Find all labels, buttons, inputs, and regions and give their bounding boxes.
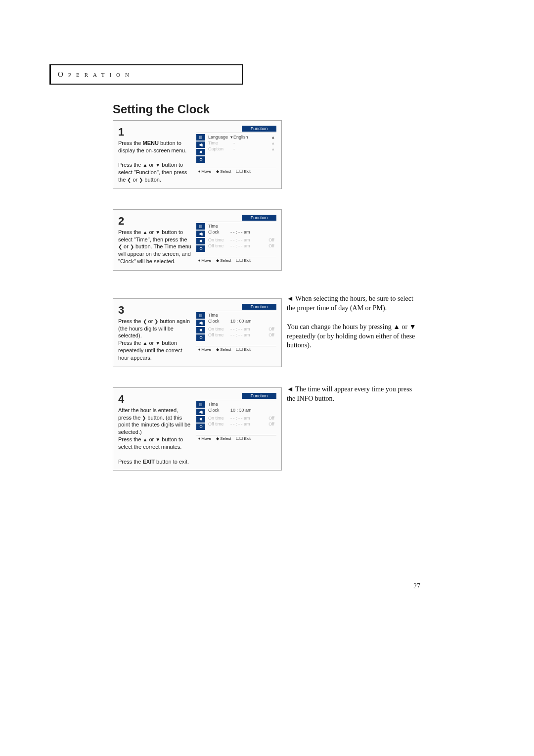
page: Operation Setting the Clock 1 Press the … xyxy=(0,0,534,756)
leftright-icon: ◆ xyxy=(216,169,219,174)
step-1: 1 Press the MENU button to display the o… xyxy=(113,120,282,189)
down-arrow-icon: ▼ xyxy=(155,340,160,346)
function-icon: ⚙ xyxy=(196,245,205,252)
osd-icon-column: ▤ ◀) ✖ ⚙ xyxy=(196,133,205,168)
channel-icon: ✖ xyxy=(196,327,205,333)
osd-screenshot-4: Function ▤ ◀) ✖ ⚙ Time Clock10 : 30 am O… xyxy=(196,393,276,442)
step-3: 3 Press the ❮ or ❯ button again (the hou… xyxy=(113,298,282,367)
page-number: 27 xyxy=(413,582,420,590)
left-chevron-icon: ❮ xyxy=(143,319,147,324)
osd-icon-column: ▤ ◀) ✖ ⚙ xyxy=(196,400,205,435)
page-title: Setting the Clock xyxy=(113,102,210,116)
osd-footer: ♦ Move ◆ Select ☐☐ Exit xyxy=(196,346,276,353)
exit-icon: ☐☐ xyxy=(236,169,243,174)
channel-icon: ✖ xyxy=(196,149,205,155)
down-arrow-icon: ▼ xyxy=(155,230,160,235)
down-arrow-icon: ▼ xyxy=(155,162,160,168)
section-header: Operation xyxy=(49,64,243,85)
up-arrow-icon: ▲ xyxy=(143,437,148,442)
picture-icon: ▤ xyxy=(196,401,205,408)
step-3-text: 3 Press the ❮ or ❯ button again (the hou… xyxy=(113,299,194,367)
up-arrow-icon: ▲ xyxy=(393,323,400,331)
function-icon: ⚙ xyxy=(196,424,205,430)
leftright-icon: ◆ xyxy=(216,347,219,352)
osd-icon-column: ▤ ◀) ✖ ⚙ xyxy=(196,311,205,346)
updown-icon: ♦ xyxy=(198,169,200,174)
osd-title-bar: Function xyxy=(242,393,276,399)
osd-footer: ♦ Move ◆ Select ☐☐ Exit xyxy=(196,257,276,264)
step-2-text: 2 Press the ▲ or ▼ button to select "Tim… xyxy=(113,210,194,270)
osd-footer: ♦ Move ◆ Select ☐☐ Exit xyxy=(196,168,276,175)
osd-screenshot-3: Function ▤ ◀) ✖ ⚙ Time Clock10 : 00 am O… xyxy=(196,304,276,353)
channel-icon: ✖ xyxy=(196,416,205,423)
step-number: 1 xyxy=(118,126,124,138)
function-icon: ⚙ xyxy=(196,156,205,163)
osd-title-bar: Function xyxy=(242,215,276,221)
step-1-text: 1 Press the MENU button to display the o… xyxy=(113,121,194,189)
sound-icon: ◀) xyxy=(196,409,205,415)
osd-screenshot-2: Function ▤ ◀) ✖ ⚙ Time Clock- - : - - am… xyxy=(196,215,276,264)
picture-icon: ▤ xyxy=(196,223,205,230)
sound-icon: ◀) xyxy=(196,320,205,326)
step-number: 3 xyxy=(118,304,124,316)
osd-icon-column: ▤ ◀) ✖ ⚙ xyxy=(196,222,205,257)
note-arrow-icon: ◄ xyxy=(287,295,294,302)
osd-title-bar: Function xyxy=(242,126,276,132)
leftright-icon: ◆ xyxy=(216,436,219,441)
note-arrow-icon: ◄ xyxy=(287,385,294,393)
updown-icon: ♦ xyxy=(198,347,200,352)
up-arrow-icon: ▲ xyxy=(143,230,148,235)
function-icon: ⚙ xyxy=(196,334,205,341)
exit-icon: ☐☐ xyxy=(236,258,243,263)
note-info: ◄ The time will appear every time you pr… xyxy=(287,385,420,404)
down-arrow-icon: ▼ xyxy=(155,437,160,442)
updown-icon: ♦ xyxy=(198,436,200,441)
osd-screenshot-1: Function ▤ ◀) ✖ ⚙ Language▾English▴ Time… xyxy=(196,126,276,175)
right-chevron-icon: ❯ xyxy=(130,244,134,249)
section-header-text: Operation xyxy=(58,70,134,78)
picture-icon: ▤ xyxy=(196,312,205,319)
left-chevron-icon: ❮ xyxy=(118,244,122,249)
sound-icon: ◀) xyxy=(196,231,205,237)
picture-icon: ▤ xyxy=(196,134,205,141)
exit-icon: ☐☐ xyxy=(236,347,243,352)
leftright-icon: ◆ xyxy=(216,258,219,263)
down-arrow-icon: ▼ xyxy=(409,323,416,331)
up-arrow-icon: ▲ xyxy=(143,162,148,168)
step-4-text: 4 After the hour is entered, press the ❯… xyxy=(113,388,194,470)
osd-footer: ♦ Move ◆ Select ☐☐ Exit xyxy=(196,435,276,442)
exit-icon: ☐☐ xyxy=(236,436,243,441)
up-arrow-icon: ▲ xyxy=(143,340,148,346)
channel-icon: ✖ xyxy=(196,238,205,244)
step-number: 4 xyxy=(118,393,124,405)
note-hours: ◄ When selecting the hours, be sure to s… xyxy=(287,294,420,350)
step-2: 2 Press the ▲ or ▼ button to select "Tim… xyxy=(113,209,282,271)
sound-icon: ◀) xyxy=(196,142,205,148)
updown-icon: ♦ xyxy=(198,258,200,263)
step-4: 4 After the hour is entered, press the ❯… xyxy=(113,387,282,471)
step-number: 2 xyxy=(118,215,124,227)
osd-title-bar: Function xyxy=(242,304,276,310)
